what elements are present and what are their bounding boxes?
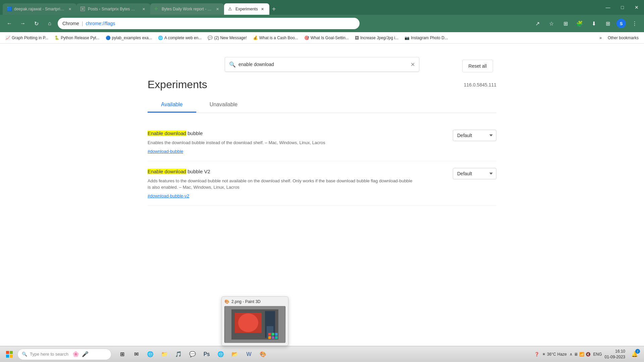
svg-rect-14 — [6, 355, 9, 358]
bookmark-other[interactable]: Other bookmarks — [605, 34, 641, 42]
search-icon: 🔍 — [229, 61, 236, 68]
minimize-button[interactable]: — — [603, 3, 613, 11]
address-input-wrap[interactable]: Chrome | chrome://flags — [58, 18, 360, 29]
tab-unavailable[interactable]: Unavailable — [196, 98, 251, 113]
close-button[interactable]: ✕ — [632, 3, 641, 11]
version-text: 116.0.5845.111 — [464, 82, 496, 87]
weather-widget[interactable]: ☀ 36°C Haze — [542, 352, 567, 357]
flag-link-1[interactable]: #download-bubble — [148, 149, 183, 154]
tab-wordpress[interactable]: 🅆 Posts ‹ Smartprix Bytes — Word... ✕ — [76, 3, 150, 15]
paint3d-taskbar-icon[interactable]: 🎨 — [256, 348, 270, 361]
tab-experiments[interactable]: ⚠ Experiments ✕ — [224, 3, 269, 15]
download-icon[interactable]: ⬇ — [588, 18, 599, 29]
tab-available[interactable]: Available — [148, 98, 196, 113]
bookmark-goal[interactable]: 🎯 What Is Goal-Settin... — [302, 34, 352, 42]
weather-text: Haze — [557, 352, 567, 357]
bookmark-icon-cashbook: 💰 — [253, 36, 258, 40]
paint3d-preview-title: 🎨 2.png - Paint 3D — [224, 299, 285, 304]
bookmark-label-jpeg: Increase Jpeg/Jpg i... — [360, 36, 398, 40]
tab-favicon-wordpress: 🅆 — [80, 6, 86, 12]
edge-browser-icon[interactable]: 🌐 — [144, 348, 157, 361]
taskbar-search-icon: 🔍 — [22, 352, 27, 357]
photoshop-icon[interactable]: Ps — [200, 348, 213, 361]
file-explorer-icon[interactable]: 📁 — [158, 348, 171, 361]
notification-button[interactable]: 🔔 2 — [628, 348, 641, 361]
bookmark-message[interactable]: 💬 (2) New Message! — [205, 34, 249, 42]
tab-label-experiments: Experiments — [235, 7, 258, 11]
date-display: 01-09-2023 — [605, 354, 625, 360]
back-button[interactable]: ← — [4, 18, 15, 29]
reset-all-button[interactable]: Reset all — [462, 60, 493, 72]
files-icon[interactable]: 📂 — [228, 348, 241, 361]
bookmark-python[interactable]: 🐍 Python Release Pyt... — [52, 34, 102, 42]
search-area: 🔍 ✕ — [0, 44, 644, 78]
share-icon[interactable]: ↗ — [532, 18, 543, 29]
flag-title-2: Enable download bubble V2 — [148, 168, 416, 175]
forward-button[interactable]: → — [17, 18, 28, 29]
new-tab-button[interactable]: + — [269, 3, 279, 15]
bookmark-star-icon[interactable]: ☆ — [546, 18, 557, 29]
search-box[interactable]: 🔍 ✕ — [225, 57, 419, 72]
sound-icon[interactable]: 🔇 — [586, 352, 591, 357]
network-icon[interactable]: 📶 — [579, 352, 584, 357]
tab-smartprix[interactable]: 🟦 deepak.rajawat - Smartprix - Sl... ✕ — [3, 3, 76, 15]
tray-expand-icon[interactable]: ∧ — [570, 352, 573, 357]
bookmark-cashbook[interactable]: 💰 What is a Cash Boo... — [250, 34, 301, 42]
spotify-icon[interactable]: 🎵 — [172, 348, 185, 361]
bookmark-icon-jpeg: 🖼 — [355, 36, 359, 40]
bookmark-instagram[interactable]: 📷 Instagram Photo D... — [402, 34, 450, 42]
tab-close-wordpress[interactable]: ✕ — [141, 6, 146, 12]
taskbar: 🔍 Type here to search 🌸 🎤 ⊞ ✉ 🌐 📁 🎵 💬 Ps… — [0, 346, 644, 362]
reload-button[interactable]: ↻ — [31, 18, 42, 29]
search-clear-icon[interactable]: ✕ — [411, 61, 415, 68]
clock-widget[interactable]: 16:10 01-09-2023 — [605, 349, 625, 360]
tab-close-experiments[interactable]: ✕ — [260, 6, 265, 12]
tab-favicon-bytes: ✛ — [154, 6, 160, 12]
profile-avatar[interactable]: S — [616, 19, 626, 28]
svg-rect-9 — [268, 336, 271, 339]
flag-link-2[interactable]: #download-bubble-v2 — [148, 193, 189, 198]
paint3d-preview-popup[interactable]: 🎨 2.png - Paint 3D — [221, 296, 288, 346]
tab-favicon-smartprix: 🟦 — [7, 6, 12, 12]
start-button[interactable] — [3, 348, 16, 361]
tab-close-smartprix[interactable]: ✕ — [67, 6, 72, 12]
bookmark-jpeg[interactable]: 🖼 Increase Jpeg/Jpg i... — [352, 34, 401, 42]
discord-icon[interactable]: 💬 — [186, 348, 199, 361]
bookmark-graph[interactable]: 📈 Graph Plotting in P... — [3, 34, 51, 42]
flag-item-download-bubble: Enable download bubble Enables the downl… — [148, 123, 496, 161]
extension-icon[interactable]: 🧩 — [574, 18, 585, 29]
taskbar-search-placeholder: Type here to search — [30, 352, 68, 357]
help-icon[interactable]: ❓ — [534, 352, 539, 357]
flag-select-2[interactable]: Default Enabled Disabled — [453, 168, 496, 179]
tab-bar: 🟦 deepak.rajawat - Smartprix - Sl... ✕ 🅆… — [0, 0, 644, 15]
tab-bytes[interactable]: ✛ Bytes Daily Work report - Google ✕ — [150, 3, 224, 15]
taskbar-search-bar[interactable]: 🔍 Type here to search 🌸 🎤 — [17, 349, 111, 360]
tabs-row: Available Unavailable — [148, 98, 496, 113]
tab-close-bytes[interactable]: ✕ — [215, 6, 220, 12]
tune-icon[interactable]: ⊞ — [560, 18, 571, 29]
language-indicator[interactable]: ENG — [593, 352, 602, 357]
address-url: chrome://flags — [86, 21, 115, 26]
bookmark-webdev[interactable]: 🌐 A complete web en... — [155, 34, 204, 42]
bookmark-pylab[interactable]: 🔵 pylab_examples exa... — [103, 34, 155, 42]
bookmarks-bar: 📈 Graph Plotting in P... 🐍 Python Releas… — [0, 32, 644, 44]
home-button[interactable]: ⌂ — [44, 18, 55, 29]
apps-icon[interactable]: ⊞ — [602, 18, 613, 29]
display-icon[interactable]: 🖥 — [574, 352, 578, 357]
bookmark-label-message: (2) New Message! — [214, 36, 247, 40]
menu-icon[interactable]: ⋮ — [629, 18, 640, 29]
chrome-label: Chrome — [62, 21, 79, 26]
bookmarks-more-button[interactable]: » — [597, 34, 604, 42]
mail-app-icon[interactable]: ✉ — [129, 348, 143, 361]
search-input[interactable] — [238, 62, 408, 67]
word-icon[interactable]: W — [242, 348, 256, 361]
maximize-button[interactable]: □ — [619, 3, 627, 11]
bookmark-icon-python: 🐍 — [54, 36, 59, 40]
flag-item-download-bubble-v2: Enable download bubble V2 Adds features … — [148, 161, 496, 206]
taskbar-right: ❓ ☀ 36°C Haze ∧ 🖥 📶 🔇 ENG 16:10 01-09-20… — [534, 348, 641, 361]
flag-select-1[interactable]: Default Enabled Disabled — [453, 130, 496, 141]
bookmark-icon-instagram: 📷 — [405, 36, 410, 40]
chrome-icon[interactable]: 🌐 — [214, 348, 227, 361]
task-view-button[interactable]: ⊞ — [115, 348, 129, 361]
bookmark-label-goal: What Is Goal-Settin... — [311, 36, 349, 40]
